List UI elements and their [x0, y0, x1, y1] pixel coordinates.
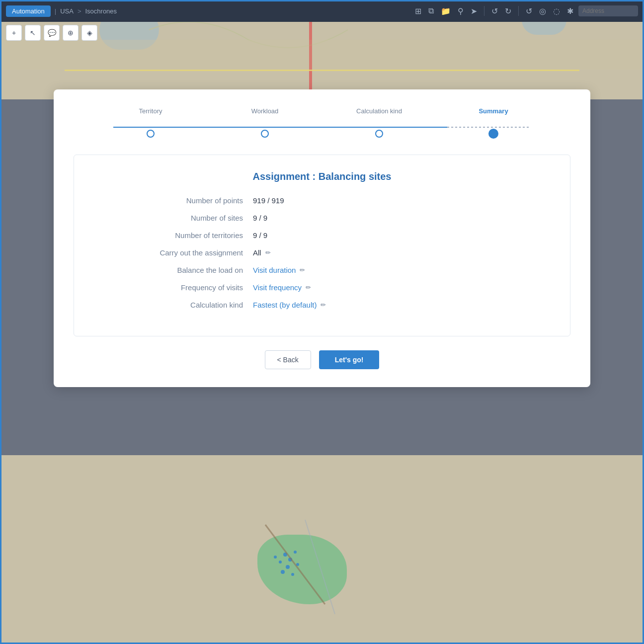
svg-rect-2: [0, 40, 644, 70]
svg-point-13: [291, 573, 294, 576]
summary-row-points: Number of points 919 / 919: [94, 196, 550, 205]
toolbar-folder-icon[interactable]: 📁: [439, 5, 453, 17]
label-frequency-visits: Frequency of visits: [94, 283, 253, 292]
toolbar-redo-icon[interactable]: ↻: [503, 5, 513, 17]
stepper-dot-calculation[interactable]: [375, 130, 383, 138]
summary-row-assignment: Carry out the assignment All ✏: [94, 248, 550, 257]
stepper-step-workload: Workload: [208, 105, 322, 139]
button-row: < Back Let's go!: [74, 350, 570, 369]
frequency-value-text: Visit frequency: [253, 283, 302, 292]
stepper-label-workload: Workload: [251, 107, 279, 115]
balance-value-text: Visit duration: [253, 266, 296, 274]
summary-row-sites: Number of sites 9 / 9: [94, 214, 550, 222]
toolbar-undo-icon[interactable]: ↺: [489, 5, 500, 17]
letsgo-button[interactable]: Let's go!: [319, 350, 380, 369]
assignment-edit-icon[interactable]: ✏: [265, 249, 271, 256]
breadcrumb-usa[interactable]: USA: [60, 7, 74, 15]
summary-row-balance: Balance the load on Visit duration ✏: [94, 266, 550, 274]
stepper-step-territory: Territory: [93, 105, 208, 139]
zoom-in-button[interactable]: +: [6, 25, 22, 41]
toolbar-copy-icon[interactable]: ⧉: [426, 5, 436, 16]
toolbar-link-icon[interactable]: ⚲: [456, 5, 466, 17]
map-background-bottom: [0, 455, 644, 644]
modal-container: Territory Workload Calculation kind Summ…: [54, 89, 590, 387]
summary-row-frequency: Frequency of visits Visit frequency ✏: [94, 283, 550, 292]
stepper-step-summary: Summary: [436, 105, 551, 139]
cursor-tool-button[interactable]: ↖: [25, 25, 41, 41]
value-number-of-territories: 9 / 9: [253, 231, 267, 240]
toolbar-settings-icon[interactable]: ◌: [551, 5, 562, 17]
svg-point-8: [294, 551, 297, 554]
toolbar-save-icon[interactable]: ⊞: [413, 5, 423, 17]
calculation-kind-edit-icon[interactable]: ✏: [321, 301, 326, 309]
stepper-label-summary: Summary: [479, 107, 508, 115]
toolbar-refresh-icon[interactable]: ↺: [524, 5, 534, 17]
balance-edit-icon[interactable]: ✏: [300, 266, 305, 274]
stepper-dot-workload[interactable]: [261, 130, 269, 138]
value-frequency-visits: Visit frequency ✏: [253, 283, 311, 292]
summary-row-calculation-kind: Calculation kind Fastest (by default) ✏: [94, 301, 550, 309]
breadcrumb-arrow: >: [78, 7, 81, 15]
svg-line-15: [305, 520, 335, 614]
svg-point-9: [286, 565, 290, 569]
automation-breadcrumb[interactable]: Automation: [6, 5, 51, 17]
value-carry-out-assignment: All ✏: [253, 248, 271, 257]
toolbar-icons: ⊞ ⧉ 📁 ⚲ ➤ ↺ ↻ ↺ ◎ ◌ ✱: [413, 5, 638, 17]
toolbar-divider-1: [484, 6, 484, 16]
stepper-steps: Territory Workload Calculation kind Summ…: [74, 105, 570, 139]
toolbar-share-icon[interactable]: ➤: [469, 5, 479, 17]
label-carry-out-assignment: Carry out the assignment: [94, 248, 253, 257]
summary-title: Assignment : Balancing sites: [94, 171, 550, 182]
stepper-label-calculation: Calculation kind: [356, 107, 402, 115]
toolbar-more-icon[interactable]: ✱: [565, 5, 575, 17]
stepper-step-calculation: Calculation kind: [322, 105, 436, 139]
layers-tool-button[interactable]: ◈: [81, 25, 97, 41]
assignment-value-text: All: [253, 248, 261, 257]
value-calculation-kind: Fastest (by default) ✏: [253, 301, 326, 309]
calculation-kind-value-text: Fastest (by default): [253, 301, 317, 309]
stepper-label-territory: Territory: [139, 107, 162, 115]
svg-point-10: [274, 556, 277, 559]
value-number-of-sites: 9 / 9: [253, 214, 267, 222]
value-number-of-points: 919 / 919: [253, 196, 284, 205]
label-number-of-sites: Number of sites: [94, 214, 253, 222]
svg-point-7: [279, 561, 282, 564]
magnify-tool-button[interactable]: ⊕: [63, 25, 79, 41]
map-tools-panel: + ↖ 💬 ⊕ ◈: [6, 25, 97, 41]
breadcrumb-isochrones[interactable]: Isochrones: [85, 7, 117, 15]
label-balance-load: Balance the load on: [94, 266, 253, 274]
frequency-edit-icon[interactable]: ✏: [306, 284, 311, 291]
back-button[interactable]: < Back: [265, 350, 311, 369]
label-number-of-territories: Number of territories: [94, 231, 253, 240]
svg-line-14: [265, 525, 325, 604]
toolbar-divider-2: [518, 6, 519, 16]
stepper: Territory Workload Calculation kind Summ…: [74, 105, 570, 139]
stepper-dot-territory[interactable]: [147, 130, 155, 138]
breadcrumb-sep-1: |: [55, 7, 56, 15]
label-calculation-kind: Calculation kind: [94, 301, 253, 309]
summary-card: Assignment : Balancing sites Number of p…: [74, 155, 570, 336]
svg-point-12: [281, 570, 285, 574]
toolbar-sync-icon[interactable]: ◎: [537, 5, 548, 17]
address-search-input[interactable]: [578, 5, 638, 16]
summary-row-territories: Number of territories 9 / 9: [94, 231, 550, 240]
value-balance-load: Visit duration ✏: [253, 266, 305, 274]
toolbar: Automation | USA > Isochrones ⊞ ⧉ 📁 ⚲ ➤ …: [0, 0, 644, 22]
map-dots: [226, 515, 375, 614]
comment-tool-button[interactable]: 💬: [44, 25, 60, 41]
stepper-dot-summary[interactable]: [488, 129, 498, 139]
label-number-of-points: Number of points: [94, 196, 253, 205]
